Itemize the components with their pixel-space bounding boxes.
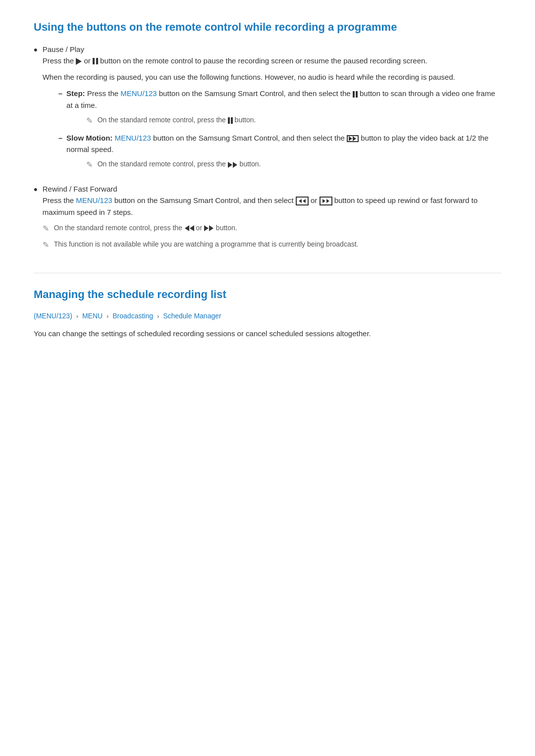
step-icon xyxy=(353,91,358,98)
pause-play-content: Pause / Play Press the or button on the … xyxy=(43,44,501,176)
dash-symbol-slow: – xyxy=(58,132,62,144)
list-item-rewind-ff: • Rewind / Fast Forward Press the MENU/1… xyxy=(34,183,501,255)
dash-item-slow: – Slow Motion: MENU/123 button on the Sa… xyxy=(58,132,501,155)
note-pencil-icon2: ✎ xyxy=(86,159,93,171)
bullet-dot2: • xyxy=(34,182,38,198)
list-item-pause-play: • Pause / Play Press the or button on th… xyxy=(34,44,501,176)
rewind-note1-text: On the standard remote control, press th… xyxy=(54,223,237,234)
step-note-text: On the standard remote control, press th… xyxy=(98,115,256,126)
rewind-note2-text: This function is not available while you… xyxy=(54,239,359,250)
slow-text: Slow Motion: MENU/123 button on the Sams… xyxy=(66,132,501,155)
slow-menu-link: MENU/123 xyxy=(115,134,151,142)
ff-btn-icon xyxy=(320,197,332,205)
pause-icon xyxy=(93,58,98,65)
ff-note-icon2 xyxy=(204,225,214,231)
rew-btn-icon xyxy=(296,197,309,205)
slow-note-text: On the standard remote control, press th… xyxy=(98,159,261,170)
pause-play-para1: Press the or button on the remote contro… xyxy=(43,55,501,66)
breadcrumb-chevron3: › xyxy=(157,312,159,320)
rewind-ff-content: Rewind / Fast Forward Press the MENU/123… xyxy=(43,183,501,255)
rewind-note2: ✎ This function is not available while y… xyxy=(43,239,501,252)
main-list: • Pause / Play Press the or button on th… xyxy=(34,44,501,255)
sub-section-step: – Step: Press the MENU/123 button on the… xyxy=(58,88,501,127)
section-divider xyxy=(34,273,501,273)
bullet-dot: • xyxy=(34,43,38,58)
breadcrumb-part2: MENU xyxy=(82,312,103,320)
dash-item-step: – Step: Press the MENU/123 button on the… xyxy=(58,88,501,111)
note-pencil-icon: ✎ xyxy=(86,115,93,127)
pause-play-para2: When the recording is paused, you can us… xyxy=(43,71,501,83)
slow-note: ✎ On the standard remote control, press … xyxy=(86,159,501,171)
breadcrumb-part3: Broadcasting xyxy=(112,312,153,320)
note-pencil-icon3: ✎ xyxy=(43,223,49,235)
step-note: ✎ On the standard remote control, press … xyxy=(86,115,501,127)
play-icon xyxy=(76,58,82,65)
breadcrumb-part1: (MENU/123) xyxy=(34,312,72,320)
breadcrumb-chevron1: › xyxy=(76,312,78,320)
rew-note-icon xyxy=(184,225,194,231)
step-menu-link: MENU/123 xyxy=(120,89,157,98)
note-pencil-icon4: ✎ xyxy=(43,239,49,252)
step-text: Step: Press the MENU/123 button on the S… xyxy=(66,88,501,111)
rewind-menu-link: MENU/123 xyxy=(76,196,112,204)
step-label: Step: xyxy=(66,89,85,98)
breadcrumb: (MENU/123) › MENU › Broadcasting › Sched… xyxy=(34,311,501,322)
section2-body: You can change the settings of scheduled… xyxy=(34,328,501,339)
rewind-note1: ✎ On the standard remote control, press … xyxy=(43,223,501,235)
breadcrumb-part4: Schedule Manager xyxy=(163,312,221,320)
dash-symbol: – xyxy=(58,88,62,99)
pause-play-label: Pause / Play xyxy=(43,44,501,55)
rewind-ff-para: Press the MENU/123 button on the Samsung… xyxy=(43,195,501,218)
breadcrumb-chevron2: › xyxy=(107,312,108,320)
section1-title: Using the buttons on the remote control … xyxy=(34,20,501,35)
step-note-icon xyxy=(228,117,233,124)
rewind-ff-label: Rewind / Fast Forward xyxy=(43,183,501,195)
ff-note-icon xyxy=(228,162,238,168)
slow-icon xyxy=(347,135,359,142)
section2-title: Managing the schedule recording list xyxy=(34,287,501,302)
slow-label: Slow Motion: xyxy=(66,134,112,142)
sub-section-slow: – Slow Motion: MENU/123 button on the Sa… xyxy=(58,132,501,171)
